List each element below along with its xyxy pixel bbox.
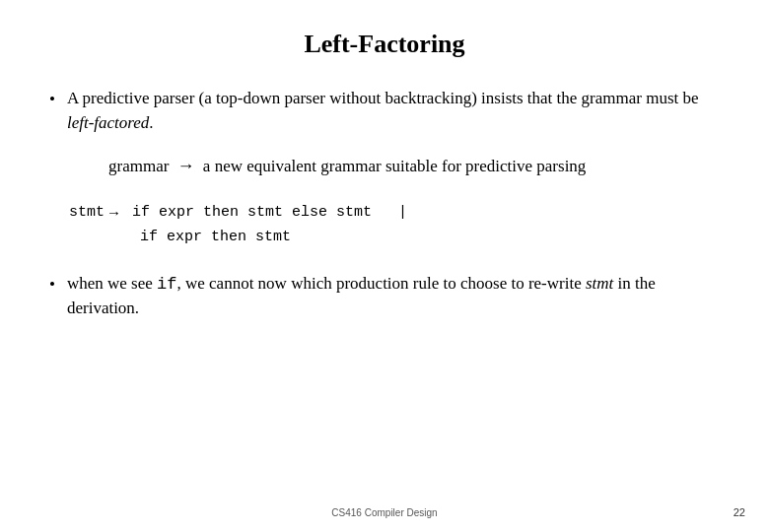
bullet-1: • A predictive parser (a top-down parser… [49,87,720,135]
then-1: then [203,201,239,226]
footer-label: CS416 Compiler Design [0,507,769,518]
page-number: 22 [734,506,745,518]
left-factored-italic: left-factored [67,113,149,132]
stmt-2: stmt [239,201,292,226]
bullet-dot-2: • [49,273,55,297]
code-line-1: stmt → if expr then stmt else stmt | [69,201,720,226]
grammar-suffix: a new equivalent grammar suitable for pr… [203,157,587,175]
bullet-2: • when we see if, we cannot now which pr… [49,272,720,321]
code-line-2: if expr then stmt [140,226,720,250]
grammar-arrow: → [177,156,195,175]
if-inline-code: if [157,275,176,294]
bullet-2-text: when we see if, we cannot now which prod… [67,272,720,321]
expr-1: expr [150,201,203,226]
slide-container: Left-Factoring • A predictive parser (a … [0,0,769,532]
else-1: else [292,201,327,226]
stmt-italic: stmt [586,274,613,293]
if-1: if [123,201,150,226]
slide-title: Left-Factoring [49,30,720,59]
code-block: stmt → if expr then stmt else stmt | if … [69,201,720,250]
stmt-1: stmt [69,201,105,226]
if-2: if [140,226,158,250]
grammar-line: grammar → a new equivalent grammar suita… [108,153,720,179]
bullet-1-text: A predictive parser (a top-down parser w… [67,87,720,135]
grammar-word: grammar [108,157,169,175]
bullet-dot-1: • [49,88,55,111]
stmt-4: stmt [246,226,291,250]
stmt-3: stmt | [327,201,407,226]
expr-2: expr [158,226,211,250]
then-2: then [211,226,246,250]
code-arrow: → [106,201,121,226]
